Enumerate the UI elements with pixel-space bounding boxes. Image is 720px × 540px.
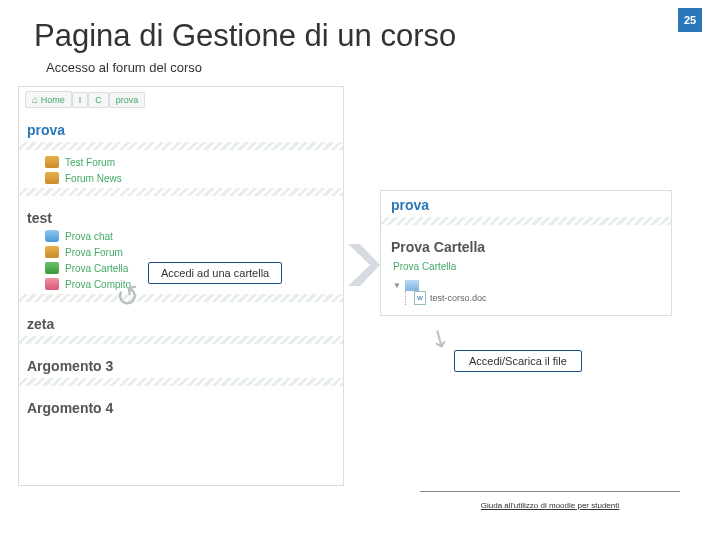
item-label: Prova chat xyxy=(65,231,113,242)
tree-file[interactable]: test-corso.doc xyxy=(414,291,659,305)
divider xyxy=(19,378,343,386)
section-heading-test: test xyxy=(19,200,343,228)
file-name: test-corso.doc xyxy=(430,293,487,303)
folder-detail-panel: prova Prova Cartella Prova Cartella ▼ te… xyxy=(380,190,672,316)
forum-icon xyxy=(45,172,59,184)
item-label: Forum News xyxy=(65,173,122,184)
callout-download-file: Accedi/Scarica il file xyxy=(454,350,582,372)
divider xyxy=(19,294,343,302)
section-heading-arg4: Argomento 4 xyxy=(19,390,343,418)
breadcrumb-item[interactable]: C xyxy=(88,92,109,108)
section-heading-zeta: zeta xyxy=(19,306,343,334)
divider xyxy=(381,217,671,225)
list-item[interactable]: Prova chat xyxy=(45,228,343,244)
section-heading-prova: prova xyxy=(19,112,343,140)
doc-icon xyxy=(414,291,426,305)
list-item[interactable]: Forum News xyxy=(45,170,343,186)
chat-icon xyxy=(45,230,59,242)
folder-icon xyxy=(405,280,419,291)
folder-link[interactable]: Prova Cartella xyxy=(381,257,671,276)
panel-heading-cartella: Prova Cartella xyxy=(381,229,671,257)
arrow-icon: ↘ xyxy=(424,321,455,355)
page-number-badge: 25 xyxy=(678,8,702,32)
section-heading-arg3: Argomento 3 xyxy=(19,348,343,376)
assignment-icon xyxy=(45,278,59,290)
divider xyxy=(19,336,343,344)
file-tree: ▼ test-corso.doc xyxy=(381,276,671,315)
tree-root[interactable]: ▼ xyxy=(393,280,659,291)
chevron-right-icon xyxy=(346,242,382,292)
slide-title: Pagina di Gestione di un corso xyxy=(34,18,456,54)
footer-text: Giuda all'utilizzo di moodle per student… xyxy=(481,501,620,510)
forum-icon xyxy=(45,156,59,168)
callout-access-folder: Accedi ad una cartella xyxy=(148,262,282,284)
folder-icon xyxy=(45,262,59,274)
item-label: Test Forum xyxy=(65,157,115,168)
item-label: Prova Forum xyxy=(65,247,123,258)
list-item[interactable]: Test Forum xyxy=(45,154,343,170)
divider xyxy=(19,142,343,150)
panel-heading-prova: prova xyxy=(381,191,671,215)
footer: Giuda all'utilizzo di moodle per student… xyxy=(420,491,680,512)
breadcrumb: Home I C prova xyxy=(19,87,343,112)
breadcrumb-item[interactable]: prova xyxy=(109,92,146,108)
slide-subtitle: Accesso al forum del corso xyxy=(46,60,202,75)
course-page-panel: Home I C prova prova Test Forum Forum Ne… xyxy=(18,86,344,486)
forum-icon xyxy=(45,246,59,258)
divider xyxy=(19,188,343,196)
divider xyxy=(420,491,680,492)
breadcrumb-item[interactable]: I xyxy=(72,92,89,108)
breadcrumb-home[interactable]: Home xyxy=(25,91,72,108)
item-label: Prova Cartella xyxy=(65,263,128,274)
expand-icon: ▼ xyxy=(393,281,401,290)
list-item[interactable]: Prova Forum xyxy=(45,244,343,260)
